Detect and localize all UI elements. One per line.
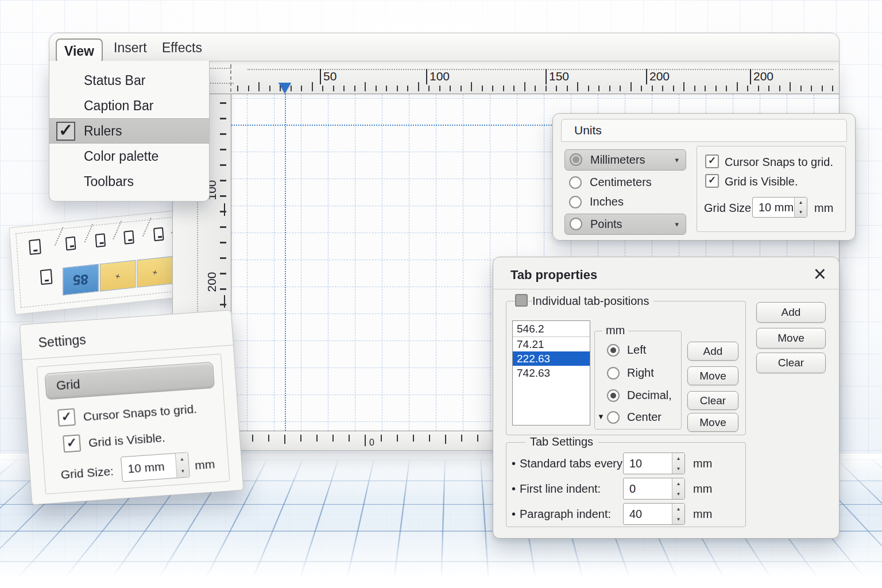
radio-millimeters[interactable] [570, 153, 582, 166]
menu-tab-view[interactable]: View [56, 38, 103, 64]
unit-option-points[interactable]: Points ▾ [564, 214, 686, 235]
spinner-arrows[interactable]: ▲▼ [672, 504, 684, 524]
page-icon[interactable] [123, 230, 134, 245]
ruler-horizontal[interactable]: 50 100 150 200 200 [173, 61, 839, 94]
spinner-up-icon[interactable]: ▲ [672, 504, 684, 514]
menu-item-status-bar[interactable]: Status Bar [49, 68, 209, 93]
swatch-cell-yellow[interactable]: + [137, 256, 173, 288]
unit-option-millimeters[interactable]: Millimeters ▾ [564, 149, 686, 171]
close-icon[interactable]: × [814, 262, 826, 287]
spinner-up-icon[interactable]: ▲ [672, 478, 684, 489]
paragraph-indent-spinner[interactable]: 40 ▲▼ [623, 503, 685, 525]
add-button[interactable]: Add [756, 302, 826, 323]
page-info-icon[interactable] [40, 269, 53, 285]
align-center-option[interactable]: Center [607, 411, 662, 424]
spinner-up-icon[interactable]: ▲ [672, 453, 684, 463]
spinner-arrows[interactable]: ▲▼ [794, 198, 807, 217]
grid-section-header[interactable]: Grid [45, 362, 215, 400]
individual-tab-positions-checkbox[interactable] [515, 294, 528, 307]
radio-inches[interactable] [569, 196, 582, 208]
spinner-down-icon[interactable]: ▼ [672, 463, 684, 474]
page-icon[interactable] [65, 237, 76, 251]
list-item[interactable]: 546.2 [513, 321, 590, 337]
ruler-tick [300, 435, 301, 442]
menu-tab-label: Effects [162, 40, 202, 56]
grid-visible-checkbox[interactable]: ✓ [63, 434, 81, 452]
ruler-tick [588, 86, 589, 91]
spinner-up-icon[interactable]: ▲ [176, 452, 188, 465]
list-item[interactable]: 74.21 [513, 337, 590, 351]
clear-button[interactable]: Clear [756, 353, 826, 373]
align-left-option[interactable]: Left [607, 343, 646, 357]
grid-visible-checkbox[interactable]: ✓ [705, 174, 719, 188]
unit-option-centimeters[interactable]: Centimeters [569, 176, 652, 189]
ruler-major-tick [646, 69, 647, 84]
spinner-up-icon[interactable]: ▲ [795, 198, 807, 207]
spinner-down-icon[interactable]: ▼ [672, 489, 684, 499]
tab-positions-list[interactable]: 546.2 74.21 222.63 742.63 [512, 320, 590, 425]
grid-size-spinner[interactable]: 10 mm ▲▼ [121, 452, 190, 482]
spinner-down-icon[interactable]: ▼ [672, 514, 684, 524]
add-button[interactable]: Add [687, 342, 738, 361]
settings-panel: Settings Grid ✓ Cursor Snaps to grid. ✓ … [19, 310, 243, 505]
ruler-tick [316, 435, 318, 442]
radio-center[interactable] [607, 411, 620, 424]
clear-button[interactable]: Clear [687, 391, 738, 410]
ruler-tick [237, 86, 238, 91]
first-line-indent-spinner[interactable]: 0 ▲▼ [623, 478, 685, 500]
align-right-option[interactable]: Right [607, 366, 654, 380]
spinner-arrows[interactable]: ▲▼ [672, 453, 684, 474]
radio-decimal[interactable] [607, 389, 620, 402]
radio-points[interactable] [570, 218, 582, 230]
move-button[interactable]: Move [687, 366, 738, 385]
ruler-tick [333, 86, 334, 91]
grid-size-spinner[interactable]: 10 mm ▲▼ [752, 197, 807, 218]
move-button[interactable]: Move [756, 328, 826, 349]
page-icon[interactable] [95, 233, 106, 247]
menu-bar: View Insert Effects [49, 33, 840, 61]
swatch-cell-yellow[interactable]: + [100, 260, 136, 292]
menu-item-caption-bar[interactable]: Caption Bar [49, 93, 209, 118]
check-icon: ✓ [66, 436, 78, 449]
spinner-down-icon[interactable]: ▼ [795, 207, 807, 217]
swatch-cell-blue[interactable]: 85 [63, 264, 99, 296]
ruler-tick [365, 435, 366, 446]
grid-line [301, 94, 301, 431]
toolbar-fragment: 85 + + + [9, 210, 184, 315]
ruler-tick [461, 86, 462, 91]
page-icon[interactable] [29, 239, 41, 255]
radio-left[interactable] [607, 344, 620, 357]
menu-item-rulers[interactable]: ✓ Rulers [49, 118, 209, 144]
move-button[interactable]: Move [687, 413, 738, 432]
ruler-tick [258, 82, 260, 91]
swatch-glyph: + [114, 270, 122, 281]
menu-tab-effects[interactable]: Effects [162, 33, 202, 62]
standard-tabs-spinner[interactable]: 10 ▲▼ [623, 452, 685, 474]
ruler-tick [800, 86, 802, 91]
unit-option-label: Centimeters [590, 176, 652, 189]
spinner-arrows[interactable]: ▲▼ [672, 478, 684, 499]
ruler-tick [445, 435, 446, 444]
menu-tab-insert[interactable]: Insert [114, 33, 147, 62]
cursor-snaps-checkbox[interactable]: ✓ [705, 154, 719, 168]
ruler-tick [220, 226, 226, 228]
ruler-tick [503, 86, 504, 91]
radio-centimeters[interactable] [569, 176, 582, 189]
list-item-selected[interactable]: 222.63 [513, 351, 590, 366]
ruler-tick [630, 82, 632, 91]
unit-option-inches[interactable]: Inches [569, 195, 624, 208]
radio-right[interactable] [607, 367, 620, 380]
menu-item-toolbars[interactable]: Toolbars [49, 169, 209, 194]
list-item[interactable]: 742.63 [513, 366, 590, 380]
page-icon[interactable] [153, 227, 164, 242]
ruler-tick [220, 195, 226, 197]
ruler-tick [248, 86, 249, 91]
spinner-arrows[interactable]: ▲▼ [175, 452, 189, 477]
align-decimal-option[interactable]: Decimal, [607, 389, 672, 402]
ruler-tick [832, 86, 833, 91]
spinner-down-icon[interactable]: ▼ [176, 465, 189, 477]
menu-item-color-palette[interactable]: Color palette [49, 144, 209, 169]
grid-visible-label: Grid is Visible. [88, 431, 165, 450]
cursor-snaps-checkbox[interactable]: ✓ [57, 408, 76, 427]
grid-line [490, 94, 490, 431]
